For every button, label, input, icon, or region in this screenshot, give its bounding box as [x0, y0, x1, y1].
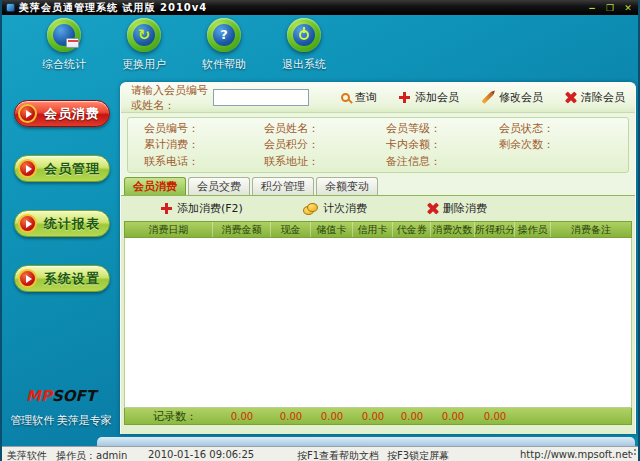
tab-points-manage[interactable]: 积分管理 — [252, 177, 314, 195]
summary-cash: 0.00 — [271, 411, 311, 422]
table-body — [124, 238, 632, 408]
summary-credit-card: 0.00 — [353, 411, 393, 422]
toolbar-item-label: 退出系统 — [282, 57, 326, 72]
titlebar: 美萍会员通管理系统 试用版 2010v4 − ❐ ✕ — [2, 0, 638, 15]
field-label-phone: 联系电话： — [144, 154, 264, 170]
switch-user-icon: ↻ — [127, 18, 161, 52]
tab-balance-change[interactable]: 余额变动 — [316, 177, 378, 195]
table-header: 消费日期 消费金额 现金 储值卡 信用卡 代金券 消费次数 所得积分 操作员 消… — [124, 221, 632, 238]
sidebar-item-member-manage[interactable]: 会员管理 — [14, 155, 110, 182]
sidebar-item-label: 会员管理 — [44, 160, 100, 178]
slogan-left: 管理软件 — [10, 413, 54, 428]
column-header-cash: 现金 — [271, 222, 311, 237]
logo-soft: SOFT — [52, 387, 96, 405]
count-consume-label: 计次消费 — [323, 201, 367, 216]
field-label-address: 联系地址： — [264, 154, 386, 170]
sidebar-item-settings[interactable]: 系统设置 — [14, 265, 110, 292]
query-button[interactable]: 查询 — [341, 90, 377, 105]
top-toolbar: 综合统计 ↻ 更换用户 ? 软件帮助 退出系统 — [30, 18, 338, 72]
summary-times: 0.00 — [431, 411, 475, 422]
statusbar-brand: 美萍软件 — [7, 449, 47, 461]
column-header-credit-card: 信用卡 — [353, 222, 393, 237]
field-label-card-balance: 卡内余额： — [386, 137, 499, 153]
slogan-right: 美萍是专家 — [57, 413, 112, 428]
sidebar-item-member-consume[interactable]: 会员消费 — [14, 100, 110, 127]
toolbar-item-exit[interactable]: 退出系统 — [270, 18, 338, 72]
delete-consume-button[interactable]: 删除消费 — [427, 201, 487, 216]
play-icon — [18, 269, 37, 288]
clear-member-button[interactable]: 清除会员 — [565, 90, 625, 105]
plus-icon — [161, 203, 172, 214]
tab-member-payment[interactable]: 会员交费 — [188, 177, 250, 195]
sidebar-item-reports[interactable]: 统计报表 — [14, 210, 110, 237]
column-header-amount: 消费金额 — [213, 222, 271, 237]
member-search-input[interactable] — [213, 89, 309, 106]
window-bottom-edge — [97, 437, 635, 446]
logo-mp: MP — [26, 387, 52, 405]
field-label-member-level: 会员等级： — [386, 121, 499, 137]
sidebar-item-label: 会员消费 — [44, 105, 100, 123]
statusbar-datetime: 2010-01-16 09:06:25 — [148, 449, 254, 460]
toolbar-item-switch-user[interactable]: ↻ 更换用户 — [110, 18, 178, 72]
window-title: 美萍会员通管理系统 试用版 2010v4 — [19, 1, 207, 15]
x-icon — [565, 92, 576, 103]
table-summary-row: 记录数： 0.00 0.00 0.00 0.00 0.00 0.00 0.00 — [124, 408, 632, 425]
pencil-icon — [481, 91, 493, 103]
summary-voucher: 0.00 — [393, 411, 431, 422]
edit-member-button[interactable]: 修改会员 — [481, 90, 543, 105]
toolbar-item-help[interactable]: ? 软件帮助 — [190, 18, 258, 72]
close-button[interactable]: ✕ — [622, 3, 634, 13]
toolbar-item-label: 综合统计 — [42, 57, 86, 72]
statusbar-f1-hint: 按F1查看帮助文档 — [297, 449, 379, 461]
tab-member-consume[interactable]: 会员消费 — [124, 177, 186, 195]
triangle-icon — [26, 165, 32, 173]
statistics-icon — [47, 18, 81, 52]
member-search-bar: 请输入会员编号或姓名： 查询 添加会员 修改会员 清除会员 — [121, 83, 635, 113]
count-consume-button[interactable]: 计次消费 — [303, 201, 367, 216]
column-header-voucher: 代金券 — [393, 222, 431, 237]
x-icon — [427, 203, 438, 214]
triangle-icon — [26, 275, 32, 283]
maximize-button[interactable]: ❐ — [604, 3, 616, 13]
edit-member-label: 修改会员 — [499, 90, 543, 105]
window-controls: − ❐ ✕ — [586, 3, 634, 13]
sidebar-item-label: 系统设置 — [44, 270, 100, 288]
query-button-label: 查询 — [355, 90, 377, 105]
power-symbol-icon — [299, 30, 309, 40]
add-member-label: 添加会员 — [415, 90, 459, 105]
play-icon — [18, 159, 37, 178]
column-header-operator: 操作员 — [515, 222, 551, 237]
triangle-icon — [26, 110, 32, 118]
member-info-panel: 会员编号： 会员姓名： 会员等级： 会员状态： 累计消费： 会员积分： 卡内余额… — [127, 117, 629, 173]
consume-actions-bar: 添加消费(F2) 计次消费 删除消费 — [121, 196, 635, 221]
refresh-icon: ↻ — [133, 24, 155, 46]
add-consume-label: 添加消费(F2) — [177, 201, 243, 216]
play-icon — [18, 214, 37, 233]
minimize-button[interactable]: − — [586, 3, 598, 13]
question-mark-icon: ? — [213, 24, 235, 46]
field-label-remaining-times: 剩余次数： — [499, 137, 609, 153]
column-header-stored-card: 储值卡 — [311, 222, 353, 237]
statusbar-f3-hint: 按F3锁定屏幕 — [387, 449, 449, 461]
field-label-member-id: 会员编号： — [144, 121, 264, 137]
toolbar-item-statistics[interactable]: 综合统计 — [30, 18, 98, 72]
add-consume-button[interactable]: 添加消费(F2) — [161, 201, 243, 216]
statusbar-url[interactable]: http://www.mpsoft.net — [520, 449, 632, 460]
column-header-points: 所得积分 — [475, 222, 515, 237]
exit-icon — [287, 18, 321, 52]
coins-icon — [303, 203, 318, 214]
summary-amount: 0.00 — [213, 411, 271, 422]
add-member-button[interactable]: 添加会员 — [399, 90, 459, 105]
field-label-points: 会员积分： — [264, 137, 386, 153]
search-icon — [341, 93, 350, 102]
sidebar-item-label: 统计报表 — [44, 215, 100, 233]
summary-points: 0.00 — [475, 411, 515, 422]
record-count-label: 记录数： — [125, 409, 213, 424]
main-panel: 请输入会员编号或姓名： 查询 添加会员 修改会员 清除会员 — [120, 82, 636, 434]
column-header-date: 消费日期 — [125, 222, 213, 237]
tab-bar: 会员消费 会员交费 积分管理 余额变动 — [121, 175, 635, 195]
resize-grip[interactable] — [628, 449, 636, 457]
plus-icon — [399, 92, 410, 103]
column-header-times: 消费次数 — [431, 222, 475, 237]
app-window: 美萍会员通管理系统 试用版 2010v4 − ❐ ✕ 综合统计 ↻ 更换用户 — [0, 0, 640, 461]
